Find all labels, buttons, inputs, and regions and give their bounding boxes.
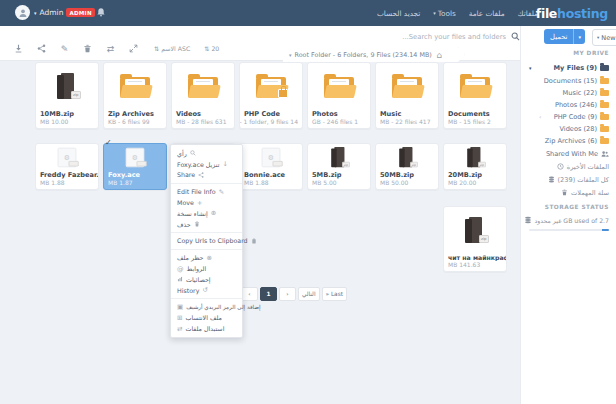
ban-icon: ⊗	[207, 254, 212, 262]
menu-item-statistics[interactable]: إحصائيات	[171, 274, 242, 285]
move-button[interactable]: ⇄	[104, 42, 117, 55]
caret-down-icon: ▾	[433, 10, 436, 16]
caret-down-icon: ▾	[34, 10, 37, 16]
file-card[interactable]: zip 50MB.zip 50.00 MB	[375, 143, 439, 190]
clock-icon	[557, 163, 564, 170]
home-icon[interactable]: ⌂	[437, 50, 442, 60]
menu-item-file-affiliation[interactable]: ⊞ملف الانتساب	[171, 312, 242, 323]
menu-item-download[interactable]: تنزيل Foxy.ace↓	[171, 159, 242, 170]
menu-item-create-copy[interactable]: إنشاء نسخة⊕	[171, 208, 242, 219]
file-card[interactable]: zip 5MB.zip 5.00 MB	[307, 143, 371, 190]
sidebar-item-zip-archives[interactable]: Zip Archives (6)	[521, 135, 616, 146]
file-card[interactable]: zip чит на майнкрафт.zip 141.63 MB	[443, 206, 507, 272]
caret-down-icon[interactable]: ▾	[529, 65, 532, 71]
menu-item-move[interactable]: Move+	[171, 197, 242, 208]
folder-card-locked[interactable]: PHP Code 14 KB - 1 folder, 9 files	[239, 62, 303, 129]
link-icon: @	[177, 265, 184, 273]
menu-item-view[interactable]: رأي	[171, 148, 242, 159]
sidebar-item-my-files[interactable]: ▾ My Files (9)	[521, 62, 616, 73]
folder-card[interactable]: Photos 1 GB - 246 files	[307, 62, 371, 129]
search-icon[interactable]	[511, 32, 520, 41]
folder-locked-icon	[240, 63, 302, 109]
user-menu[interactable]: ▾ Admin ADMIN	[34, 8, 95, 17]
menu-divider	[171, 183, 242, 184]
pagination-next-arrow[interactable]: ›	[279, 287, 296, 301]
file-card[interactable]: zip 20MB.zip 20.00 MB	[443, 143, 507, 190]
menu-item-edit-file-info[interactable]: Edit File Info✎	[171, 186, 242, 197]
ace-file-icon: ⚙	[36, 144, 98, 170]
pagination-next[interactable]: التالي	[298, 287, 320, 301]
per-page-control[interactable]: ⇅ 20	[204, 45, 219, 52]
menu-item-links[interactable]: @الروابط	[171, 263, 242, 274]
move-icon: +	[197, 199, 202, 207]
folder-icon	[104, 63, 166, 109]
history-icon: ↺	[202, 286, 207, 294]
edit-button[interactable]: ✎	[58, 42, 71, 55]
folder-card[interactable]: Zip Archives 99 KB - 6 files	[103, 62, 167, 129]
pagination-last[interactable]: » Last	[322, 287, 347, 301]
sort-field-label: الاسم ASC	[161, 45, 190, 52]
delete-button[interactable]	[81, 42, 94, 55]
menu-item-history[interactable]: History↺	[171, 285, 242, 296]
user-avatar[interactable]	[15, 5, 30, 20]
nav-item-public-files[interactable]: ملفات عامة	[469, 9, 505, 18]
sidebar-item-music[interactable]: Music (22)	[521, 87, 616, 98]
notifications-bell-icon[interactable]	[96, 7, 106, 17]
sort-icon: ⇅	[154, 45, 159, 52]
sidebar-item-photos[interactable]: Photos (246)	[521, 99, 616, 110]
storage-usage-text: 2.7 GB used of غير محدود	[535, 217, 609, 224]
upload-button[interactable]: تحميل ▾	[544, 29, 585, 44]
storage-status-header: STORAGE STATUS	[545, 204, 609, 210]
menu-item-copy-urls[interactable]: Copy Urls to Clipboard	[171, 236, 242, 247]
search-bar	[368, 29, 520, 44]
edit-icon: ✎	[61, 44, 69, 54]
share-button[interactable]	[35, 42, 48, 55]
swap-icon: ⇄	[177, 325, 182, 333]
edit-icon: ✎	[219, 188, 224, 196]
folder-icon	[444, 63, 506, 109]
filehosting-logo[interactable]: filehosting	[536, 6, 608, 21]
nav-links: تجديد الحساب ▾Tools ملفات عامة ملفاتك	[377, 0, 538, 26]
menu-item-delete[interactable]: حذف	[171, 219, 242, 230]
pagination-page-1[interactable]: 1	[260, 287, 277, 301]
archive-icon: ▣	[177, 303, 183, 311]
expander-icon[interactable]: ‹	[539, 113, 541, 120]
download-button[interactable]	[12, 42, 25, 55]
new-button[interactable]: ▾ New	[592, 29, 616, 46]
zip-file-icon: zip	[444, 144, 506, 170]
menu-item-replace-files[interactable]: ⇄استبدال ملفات	[171, 323, 242, 334]
sidebar-item-documents[interactable]: Documents (15)	[521, 75, 616, 86]
folder-card[interactable]: Documents 2 MB - 15 files	[443, 62, 507, 129]
file-card[interactable]: ⚙ Freddy Fazbear.ace 1.88 MB	[35, 143, 99, 190]
menu-item-ban-file[interactable]: حظر ملف⊗	[171, 252, 242, 263]
folder-icon	[600, 65, 609, 71]
breadcrumb[interactable]: ▾ Root Folder - 6 Folders, 9 Files (234.…	[283, 47, 465, 62]
sort-control[interactable]: ⇅ الاسم ASC	[154, 45, 190, 52]
sidebar-item-trash[interactable]: سلة المهملات	[521, 187, 616, 198]
sidebar-item-php-code[interactable]: ‹ PHP Code (9)	[521, 111, 616, 122]
folder-card[interactable]: Music 417 MB - 22 files	[375, 62, 439, 129]
expand-button[interactable]	[127, 42, 140, 55]
folder-icon	[376, 63, 438, 109]
zip-file-icon: zip	[444, 207, 506, 253]
menu-item-add-to-zip[interactable]: ▣إضافة إلى الرمز البريدي أرشيف	[171, 302, 242, 313]
folder-icon	[600, 78, 609, 84]
sidebar-item-recent-files[interactable]: الملفات الأخيرة	[521, 161, 616, 172]
sidebar-item-all-files[interactable]: كل الملفات (239)	[521, 174, 616, 185]
search-input[interactable]	[368, 32, 508, 42]
folder-card[interactable]: Videos 631 MB - 28 files	[171, 62, 235, 129]
nav-item-tools[interactable]: ▾Tools	[433, 9, 456, 18]
file-card-selected[interactable]: ✓ ⚙ Foxy.ace 1.87 MB	[103, 143, 167, 190]
sidebar-item-shared-with-me[interactable]: Shared With Me	[521, 148, 616, 159]
menu-divider	[171, 249, 242, 250]
menu-item-share[interactable]: Share	[171, 170, 242, 181]
sidebar-item-videos[interactable]: Videos (28)	[521, 123, 616, 134]
folder-icon	[600, 114, 609, 120]
file-card[interactable]: zip 10MB.zip 10.00 MB	[35, 62, 99, 129]
nav-item-renew-account[interactable]: تجديد الحساب	[377, 9, 420, 18]
zip-file-icon: zip	[376, 144, 438, 170]
file-card[interactable]: ⚙ Bonnie.ace 1.88 MB	[239, 143, 303, 190]
pagination-prev[interactable]: ‹	[241, 287, 258, 301]
caret-down-icon[interactable]: ▾	[573, 29, 585, 44]
context-menu: رأي تنزيل Foxy.ace↓ Share Edit File Info…	[170, 144, 243, 338]
